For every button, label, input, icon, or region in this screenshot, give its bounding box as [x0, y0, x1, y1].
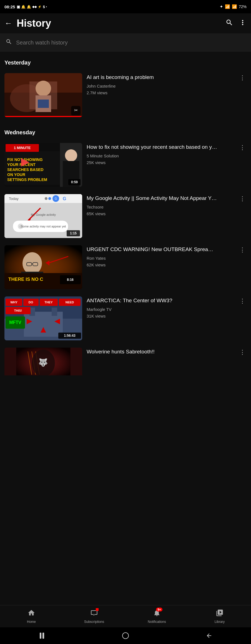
thumbnail: Today G G ⓘ Some activity may not appear… — [4, 194, 82, 238]
notifications-badge: 9+ — [156, 608, 162, 611]
dollar-icon: $ — [43, 5, 45, 9]
svg-text:🐺: 🐺 — [39, 358, 48, 367]
video-channel: John Casterline — [87, 83, 234, 90]
video-views: 2.7M views — [87, 90, 234, 96]
home-system-button[interactable] — [120, 630, 131, 641]
search-button[interactable] — [225, 19, 233, 28]
signal-icon: 📶 — [232, 4, 237, 9]
svg-text:1 MINUTE: 1 MINUTE — [14, 146, 31, 150]
svg-text:Today: Today — [9, 197, 19, 201]
svg-point-29 — [45, 197, 47, 200]
app-bar: ← History — [0, 13, 251, 33]
svg-text:ON YOUR: ON YOUR — [7, 172, 25, 177]
sim-icon: ▣ — [17, 5, 20, 9]
status-right-icons: ✦ 📶 📶 72% — [220, 4, 247, 9]
video-more-button[interactable]: ⋮ — [238, 143, 247, 152]
svg-text:1:56:43: 1:56:43 — [64, 334, 76, 338]
section-wednesday: Wednesday — [0, 122, 251, 140]
svg-point-30 — [48, 197, 51, 200]
video-more-button[interactable]: ⋮ — [238, 296, 247, 306]
nav-library-label: Library — [215, 620, 225, 624]
library-icon — [216, 609, 224, 619]
video-info: My Google Activity || Some Activity May … — [87, 194, 234, 217]
nav-home-label: Home — [27, 620, 36, 624]
nav-home[interactable]: Home — [0, 605, 63, 627]
bottom-nav: Home Subscriptions 9+ Notifications Libr… — [0, 605, 251, 627]
svg-rect-61 — [52, 308, 57, 316]
status-icons: ▣ 🔔 🔔 ◆◆ ⚡ $ • — [17, 5, 47, 9]
svg-text:THEY: THEY — [44, 301, 53, 304]
svg-text:1:15: 1:15 — [70, 231, 77, 235]
search-icon — [6, 38, 12, 47]
more-options-button[interactable] — [239, 19, 247, 28]
status-bar: 08:25 ▣ 🔔 🔔 ◆◆ ⚡ $ • ✦ 📶 📶 72% — [0, 0, 251, 13]
system-nav — [0, 627, 251, 644]
svg-text:DO: DO — [29, 301, 33, 304]
svg-text:8:16: 8:16 — [67, 278, 74, 282]
thumbnail: 🐺 — [4, 348, 82, 375]
video-item[interactable]: WHY DO THEY NEED THIS! MFTV 1:56:43 — [0, 294, 251, 343]
video-title: Wolverine hunts Sabretooth!! — [87, 348, 234, 356]
video-info: ANTARCTICA: The Center of WW3? Marfoogle… — [87, 296, 234, 319]
nav-library[interactable]: Library — [188, 605, 251, 627]
thumbnail: ✂ — [4, 73, 82, 117]
svg-text:WHY: WHY — [10, 301, 17, 304]
nav-subscriptions[interactable]: Subscriptions — [63, 605, 126, 627]
svg-text:SETTINGS PROBLEM: SETTINGS PROBLEM — [7, 177, 47, 182]
video-info: AI art is becoming a problem John Caster… — [87, 73, 234, 96]
recent-apps-button[interactable] — [36, 630, 47, 641]
video-item[interactable]: THERE IS NO C 8:16 URGENT CDC WARNING! N… — [0, 242, 251, 292]
video-channel: Ron Yates — [87, 255, 234, 262]
video-item[interactable]: Today G G ⓘ Some activity may not appear… — [0, 191, 251, 241]
svg-text:MFTV: MFTV — [9, 320, 21, 325]
search-placeholder: Search watch history — [16, 39, 68, 46]
video-info: URGENT CDC WARNING! New OUTBREAK Sprea… … — [87, 245, 234, 268]
back-button[interactable]: ← — [4, 19, 12, 28]
video-more-button[interactable]: ⋮ — [238, 194, 247, 204]
video-item[interactable]: ✂ AI art is becoming a problem John Cast… — [0, 70, 251, 120]
video-item[interactable]: 🐺 Wolverine hunts Sabretooth!! ⋮ — [0, 345, 251, 375]
search-bar[interactable]: Search watch history — [0, 33, 251, 52]
video-title: AI art is becoming a problem — [87, 74, 234, 81]
video-info: How to fix not showing your recent searc… — [87, 143, 234, 166]
thumbnail: WHY DO THEY NEED THIS! MFTV 1:56:43 — [4, 296, 82, 340]
svg-point-45 — [22, 252, 42, 274]
svg-point-4 — [36, 81, 51, 96]
svg-text:SEARCHES BASED: SEARCHES BASED — [7, 167, 44, 172]
video-views: 62K views — [87, 262, 234, 268]
bell-icon: 🔔 — [27, 5, 31, 9]
nav-notifications-label: Notifications — [148, 620, 166, 624]
video-channel: Marfoogle TV — [87, 306, 234, 313]
svg-rect-7 — [4, 116, 82, 117]
app-bar-actions — [225, 19, 247, 28]
video-info: Wolverine hunts Sabretooth!! — [87, 348, 234, 357]
video-title: ANTARCTICA: The Center of WW3? — [87, 297, 234, 304]
page-title: History — [17, 18, 221, 29]
data-icons: ◆◆ — [32, 5, 37, 9]
nav-notifications[interactable]: 9+ Notifications — [126, 605, 188, 627]
video-more-button[interactable]: ⋮ — [238, 73, 247, 83]
thumbnail: THERE IS NO C 8:16 — [4, 245, 82, 289]
svg-point-21 — [65, 149, 77, 162]
time-display: 08:25 — [4, 4, 15, 9]
video-channel: Techsore — [87, 204, 234, 210]
svg-text:Some activity may not appear y: Some activity may not appear yet — [21, 225, 66, 228]
bluetooth-icon: ✦ — [220, 4, 223, 9]
svg-text:THERE IS NO C: THERE IS NO C — [8, 277, 43, 282]
nav-subscriptions-label: Subscriptions — [84, 620, 104, 624]
video-more-button[interactable]: ⋮ — [238, 348, 247, 357]
drive-icon: ⚡ — [38, 5, 42, 9]
wifi-icon: 📶 — [225, 4, 230, 9]
back-system-button[interactable] — [204, 630, 215, 641]
svg-rect-6 — [38, 100, 49, 108]
status-time: 08:25 ▣ 🔔 🔔 ◆◆ ⚡ $ • — [4, 4, 47, 9]
svg-text:0:59: 0:59 — [71, 180, 78, 184]
video-more-button[interactable]: ⋮ — [238, 245, 247, 255]
video-item[interactable]: 1 MINUTE FIX NOT SHOWING YOUR RECENT SEA… — [0, 140, 251, 190]
video-title: URGENT CDC WARNING! New OUTBREAK Sprea… — [87, 246, 234, 253]
svg-text:✂: ✂ — [74, 108, 78, 113]
video-views: 31K views — [87, 313, 234, 319]
battery-level: 72% — [239, 4, 247, 9]
video-views: 25K views — [87, 159, 234, 166]
video-title: How to fix not showing your recent searc… — [87, 143, 234, 151]
